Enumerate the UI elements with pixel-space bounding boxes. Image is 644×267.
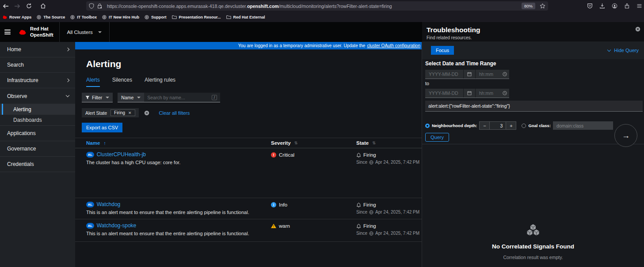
bookmark-the-source[interactable]: The Source: [37, 15, 65, 19]
bookmark-support[interactable]: Support: [145, 15, 167, 19]
globe-icon: [369, 160, 373, 165]
home-icon[interactable]: [37, 1, 49, 11]
clear-chip-group-icon[interactable]: [144, 110, 149, 116]
column-header-severity[interactable]: Severity⇅: [271, 140, 356, 146]
url-text: https://console-openshift-console.apps.e…: [107, 4, 392, 9]
hide-query-toggle[interactable]: Hide Query: [608, 48, 639, 53]
oauth-config-link[interactable]: cluster OAuth configuration: [367, 43, 420, 48]
empty-state-title: No Correlated Signals Found: [422, 243, 644, 250]
sidebar-item-infrastructure[interactable]: Infrastructure: [0, 73, 75, 88]
page-title: Alerting: [86, 59, 422, 69]
alert-link[interactable]: ClusterCPUHealth-jb: [97, 151, 146, 158]
zoom-badge[interactable]: 80%: [522, 3, 535, 9]
reload-icon[interactable]: [23, 1, 34, 11]
start-time-input[interactable]: hh:mm: [475, 70, 500, 79]
focus-button[interactable]: Focus: [431, 46, 454, 55]
active-filters: Alert State Firing✕ Clear all filters: [82, 108, 422, 117]
main-content: You are logged in as a temporary adminis…: [75, 42, 422, 267]
bell-icon: [356, 153, 361, 158]
date-range-heading: Select Date and Time Range: [425, 60, 642, 67]
globe-icon: [369, 210, 373, 214]
bookmark-rover-apps[interactable]: Rover Apps: [3, 15, 31, 19]
menu-icon[interactable]: [636, 3, 642, 9]
depth-stepper: − 3 +: [479, 121, 516, 130]
clear-all-filters-link[interactable]: Clear all filters: [159, 110, 190, 116]
minus-button[interactable]: −: [479, 121, 490, 130]
brand-line1: Red Hat: [30, 26, 53, 32]
url-bar[interactable]: https://console-openshift-console.apps.e…: [86, 1, 548, 11]
start-date-input[interactable]: YYYY-MM-DD: [425, 70, 463, 79]
chevron-right-icon: [66, 79, 69, 82]
alert-description: The cluster has a high CPU usage: core f…: [86, 160, 271, 165]
table-row: ALClusterCPUHealth-jb The cluster has a …: [75, 148, 422, 198]
tab-alerting-rules[interactable]: Alerting rules: [145, 77, 175, 87]
cubes-icon: [525, 223, 541, 237]
download-icon[interactable]: [599, 3, 605, 9]
close-icon[interactable]: [635, 26, 640, 32]
tab-silences[interactable]: Silences: [112, 77, 132, 87]
depth-label: Neighbourhood depth:: [432, 123, 477, 128]
alert-link[interactable]: Watchdog-spoke: [97, 222, 137, 229]
browser-chrome: https://console-openshift-console.apps.e…: [0, 0, 644, 22]
alert-state-chip-group: Alert State Firing✕: [82, 108, 139, 117]
bookmark-red-hat-external[interactable]: Red Hat External: [226, 15, 265, 19]
clock-icon[interactable]: [500, 89, 509, 98]
sidebar-item-observe[interactable]: Observe: [0, 88, 75, 104]
bookmark-presentation-resources[interactable]: Presentation Resour...: [172, 15, 221, 19]
bookmark-it-new-hire-hub[interactable]: IT New Hire Hub: [102, 15, 139, 19]
goal-label: Goal class:: [528, 123, 551, 128]
table-row: ALWatchdog This is an alert meant to ens…: [75, 198, 422, 219]
filter-dropdown[interactable]: Filter: [82, 93, 113, 102]
depth-radio[interactable]: [425, 124, 430, 128]
remove-chip-icon[interactable]: ✕: [128, 111, 132, 115]
pocket-icon[interactable]: [587, 3, 593, 9]
panel-subtitle: Find related resources.: [427, 35, 640, 40]
sidebar-item-governance[interactable]: Governance: [0, 141, 75, 157]
export-csv-button[interactable]: Export as CSV: [82, 123, 122, 132]
slash-shortcut-hint: /: [212, 95, 217, 100]
chevron-down-icon: [137, 97, 141, 98]
bookmark-it-toolbox[interactable]: IT Toolbox: [70, 15, 97, 19]
alert-badge: AL: [86, 202, 94, 207]
brand-line2: OpenShift: [30, 32, 53, 38]
sidebar-item-dashboards[interactable]: Dashboards: [0, 115, 75, 126]
plus-button[interactable]: +: [506, 121, 516, 130]
expand-arrow-button[interactable]: →: [614, 124, 637, 147]
column-header-state[interactable]: State⇅: [356, 140, 422, 146]
sidebar-item-credentials[interactable]: Credentials: [0, 157, 75, 172]
browser-toolbar: https://console-openshift-console.apps.e…: [0, 0, 644, 12]
sidebar-item-home[interactable]: Home: [0, 42, 75, 57]
sidebar-item-search[interactable]: Search: [0, 57, 75, 73]
name-dropdown[interactable]: Name: [118, 93, 144, 102]
back-icon[interactable]: [0, 1, 11, 11]
tab-alerts[interactable]: Alerts: [86, 77, 100, 87]
query-textarea[interactable]: alert:alert:{"rowFilter-alert-state":"fi…: [425, 101, 643, 112]
cluster-selector[interactable]: All Clusters: [60, 22, 110, 42]
panel-divider: [422, 144, 644, 144]
shield-icon[interactable]: [89, 3, 94, 9]
end-time-input[interactable]: hh:mm: [475, 89, 500, 98]
alert-link[interactable]: Watchdog: [97, 201, 121, 207]
forward-icon[interactable]: [11, 1, 23, 11]
end-date-input[interactable]: YYYY-MM-DD: [425, 89, 463, 98]
calendar-icon[interactable]: [463, 70, 475, 79]
column-header-name[interactable]: Name↑: [75, 140, 271, 146]
search-input[interactable]: Search by name.../: [144, 93, 220, 102]
depth-value[interactable]: 3: [490, 121, 506, 130]
goal-radio[interactable]: [522, 124, 526, 128]
share-icon[interactable]: [624, 3, 630, 9]
table-header: Name↑ Severity⇅ State⇅: [75, 138, 422, 148]
troubleshooting-panel: Troubleshooting Find related resources. …: [422, 22, 644, 267]
nav-toggle-icon[interactable]: [4, 30, 11, 34]
query-button[interactable]: Query: [425, 133, 449, 142]
sidebar-item-alerting[interactable]: Alerting: [0, 104, 75, 115]
panel-body: Select Date and Time Range YYYY-MM-DD hh…: [422, 59, 644, 142]
calendar-icon[interactable]: [463, 89, 475, 98]
lock-icon[interactable]: [97, 3, 102, 9]
bookmark-star-icon[interactable]: [540, 3, 545, 9]
goal-class-input[interactable]: domain:class: [553, 121, 613, 130]
sidebar-item-applications[interactable]: Applications: [0, 126, 75, 141]
account-icon[interactable]: [612, 3, 617, 9]
alert-badge: AL: [86, 223, 94, 229]
clock-icon[interactable]: [500, 70, 509, 79]
